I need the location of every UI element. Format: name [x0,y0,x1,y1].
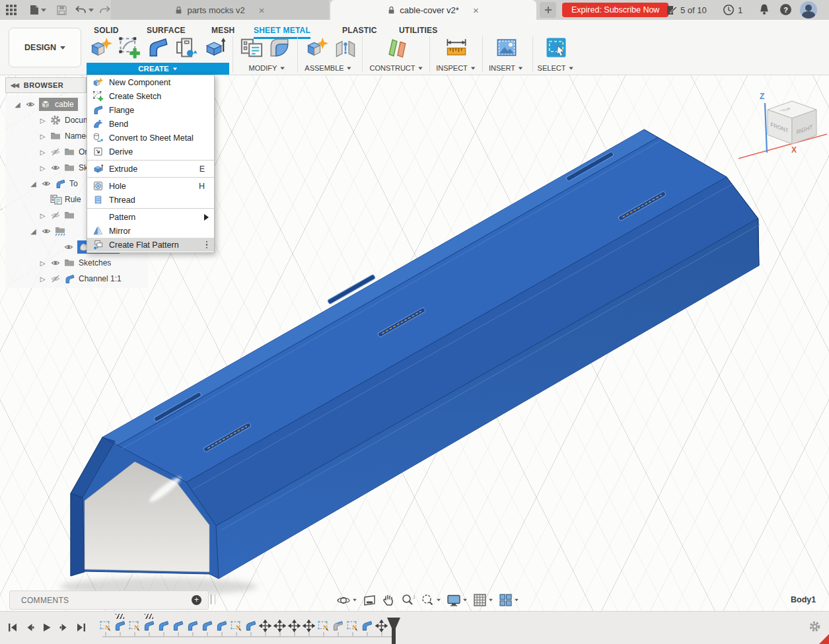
flange-button[interactable] [145,35,170,60]
inspect-group-dropdown[interactable]: INSPECT [436,64,476,72]
undo-icon[interactable] [74,3,87,17]
timeline-playhead[interactable] [386,617,401,644]
expand-arrow-icon[interactable]: ▷ [38,275,47,283]
orbit-button[interactable] [335,593,359,608]
timeline-go-to-end-button[interactable] [74,620,89,635]
create-group-dropdown[interactable]: CREATE [87,63,229,75]
expand-arrow-icon[interactable]: ◢ [13,100,22,109]
menu-item-mirror[interactable]: Mirror [87,224,214,238]
timeline-feature-sketch[interactable] [346,620,359,632]
sheet-metal-rules-button[interactable] [239,35,264,60]
create-sketch-button[interactable] [117,35,142,60]
timeline-feature-flange[interactable] [114,620,126,632]
grid-settings-button[interactable] [472,593,495,607]
timeline-feature-move[interactable] [259,620,271,632]
timeline-feature-move[interactable] [288,620,301,632]
notifications-history[interactable]: 1 [723,0,742,20]
menu-item-derive[interactable]: Derive [87,145,214,159]
expand-arrow-icon[interactable]: ▷ [38,133,47,140]
measure-button[interactable] [444,35,469,60]
collapse-panel-icon[interactable]: ◀◀ [11,82,18,89]
menu-item-hole[interactable]: Hole H [87,179,214,193]
timeline-feature-sketch[interactable] [128,620,141,632]
timeline-feature-flange[interactable] [244,620,257,632]
expand-arrow-icon[interactable]: ▷ [38,117,47,124]
more-options-icon[interactable] [206,241,208,249]
menu-item-new-component[interactable]: New Component [87,75,214,89]
browser-row-channel[interactable]: ▷ Channel 1:1 [5,271,148,287]
expand-arrow-icon[interactable]: ◢ [29,227,38,236]
menu-item-convert-to-sheet-metal[interactable]: Convert to Sheet Metal [87,131,214,145]
subscribe-button[interactable]: Expired: Subscribe Now [562,3,668,17]
fit-button[interactable] [419,593,443,608]
grid-caret-icon[interactable] [489,599,493,602]
viewports-button[interactable] [497,593,521,607]
timeline-feature-flange[interactable] [361,620,373,632]
expand-arrow-icon[interactable]: ▷ [38,164,47,172]
browser-row-sketches[interactable]: ▷ Sketches [5,255,148,271]
timeline-feature-flange[interactable] [143,620,155,632]
menu-item-create-flat-pattern[interactable]: Create Flat Pattern [87,238,214,252]
visibility-eye-icon[interactable] [41,227,52,236]
menu-item-flange[interactable]: Flange [87,103,214,117]
timeline-feature-sketch[interactable] [317,620,330,632]
visibility-eye-icon[interactable] [50,163,61,172]
close-tab-icon[interactable]: × [259,5,265,16]
visibility-eye-icon[interactable] [63,242,74,252]
new-component-button[interactable] [89,35,114,60]
display-caret-icon[interactable] [463,599,467,602]
timeline-feature-move[interactable] [273,620,286,632]
timeline-feature-flange[interactable] [157,620,170,632]
app-grid-icon[interactable] [5,3,18,17]
timeline-feature-move[interactable] [303,620,315,632]
menu-item-pattern[interactable]: Pattern [87,210,214,224]
comments-bar[interactable]: COMMENTS + [9,590,209,610]
pan-button[interactable] [380,593,396,607]
assemble-group-dropdown[interactable]: ASSEMBLE [305,64,351,72]
timeline-feature-flange[interactable] [215,620,228,632]
timeline-feature-flange-grey[interactable] [332,620,344,632]
timeline-feature-flange[interactable] [186,620,199,632]
display-settings-button[interactable] [445,594,469,607]
timeline-step-forward-button[interactable] [57,620,71,635]
modify-group-dropdown[interactable]: MODIFY [249,64,285,72]
visibility-eye-icon[interactable] [50,258,61,268]
new-tab-button[interactable] [540,2,556,18]
joint-button[interactable] [333,35,358,60]
timeline-play-button[interactable] [40,620,54,635]
visibility-eye-off-icon[interactable] [50,147,61,157]
orbit-caret-icon[interactable] [353,599,357,602]
browser-header[interactable]: ◀◀ BROWSER [5,77,87,93]
viewports-caret-icon[interactable] [515,599,519,602]
zoom-button[interactable]: ± [399,593,416,608]
close-tab-icon[interactable]: × [473,5,479,16]
menu-item-thread[interactable]: Thread [87,193,214,207]
assemble-new-component-button[interactable] [305,35,330,60]
file-menu-icon[interactable] [28,3,41,17]
extrude-button[interactable] [202,35,227,60]
undo-caret-icon[interactable] [89,9,94,12]
help-icon[interactable]: ? [779,3,792,16]
insert-canvas-button[interactable] [494,35,519,60]
timeline-go-to-start-button[interactable] [5,620,20,635]
select-button[interactable] [544,35,569,60]
fillet-button[interactable] [267,35,292,60]
document-tab-inactive[interactable]: parts mocks v2 × [111,0,329,20]
timeline-settings-gear-icon[interactable] [809,620,821,633]
timeline-feature-sketch[interactable] [99,620,112,632]
menu-item-extrude[interactable]: Extrude E [87,162,214,176]
redo-icon[interactable] [98,3,111,17]
document-tab-active[interactable]: cable-cover v2* × [330,0,536,20]
expand-arrow-icon[interactable]: ◢ [29,180,38,188]
save-icon[interactable] [55,3,68,17]
avatar[interactable] [800,1,817,18]
construct-group-dropdown[interactable]: CONSTRUCT [369,64,423,72]
select-group-dropdown[interactable]: SELECT [538,64,574,72]
expand-arrow-icon[interactable]: ▷ [38,149,47,156]
fit-caret-icon[interactable] [437,599,441,602]
timeline-feature-flange[interactable] [201,620,213,632]
add-comment-icon[interactable]: + [192,595,201,605]
visibility-eye-icon[interactable] [41,179,52,188]
visibility-eye-off-icon[interactable] [50,274,61,283]
expand-arrow-icon[interactable]: ▷ [38,260,47,267]
